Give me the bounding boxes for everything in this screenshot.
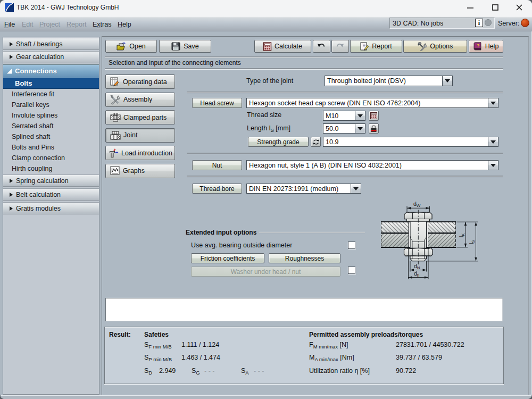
svg-text:dW: dW [413,201,421,208]
svg-text:dh: dh [414,270,419,278]
svg-text:lK: lK [458,233,466,237]
svg-text:dN: dN [414,263,420,270]
svg-text:lS: lS [468,240,476,244]
svg-text:?: ? [477,43,480,48]
